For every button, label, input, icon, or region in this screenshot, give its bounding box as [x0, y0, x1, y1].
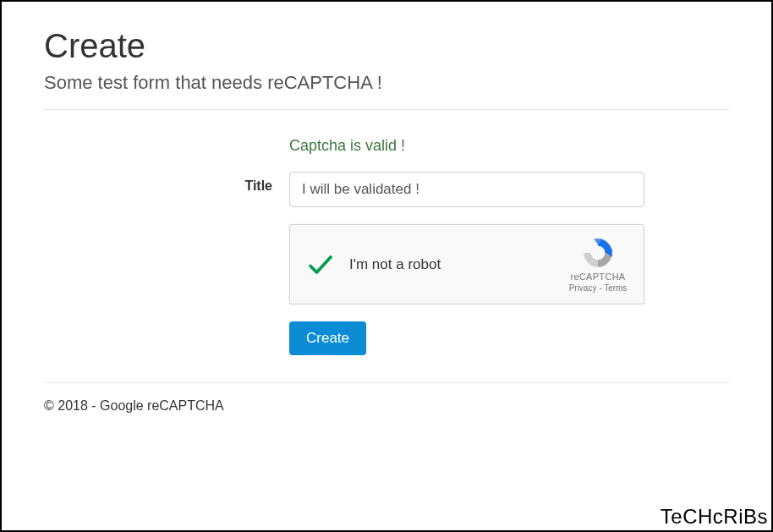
create-form: Captcha is valid ! Title I'm not a robot	[44, 110, 729, 382]
page-subtitle: Some test form that needs reCAPTCHA !	[44, 72, 729, 94]
title-label: Title	[44, 172, 289, 194]
checkmark-icon	[305, 250, 336, 280]
captcha-status-message: Captcha is valid !	[289, 137, 405, 154]
recaptcha-brand: reCAPTCHA Privacy - Terms	[564, 236, 632, 293]
recaptcha-terms-link[interactable]: Terms	[604, 283, 627, 293]
footer-copyright: © 2018 - Google reCAPTCHA	[44, 383, 729, 414]
recaptcha-separator: -	[596, 283, 604, 293]
recaptcha-brand-name: reCAPTCHA	[564, 271, 632, 282]
watermark: TeCHcRiBs	[661, 505, 768, 529]
create-button[interactable]: Create	[289, 321, 366, 355]
recaptcha-privacy-link[interactable]: Privacy	[569, 283, 597, 293]
recaptcha-logo-icon	[581, 236, 615, 270]
recaptcha-text: I'm not a robot	[349, 256, 441, 273]
recaptcha-widget[interactable]: I'm not a robot reCAPTCHA Privacy -	[289, 224, 644, 304]
title-input[interactable]	[289, 172, 644, 207]
page-title: Create	[44, 27, 729, 65]
